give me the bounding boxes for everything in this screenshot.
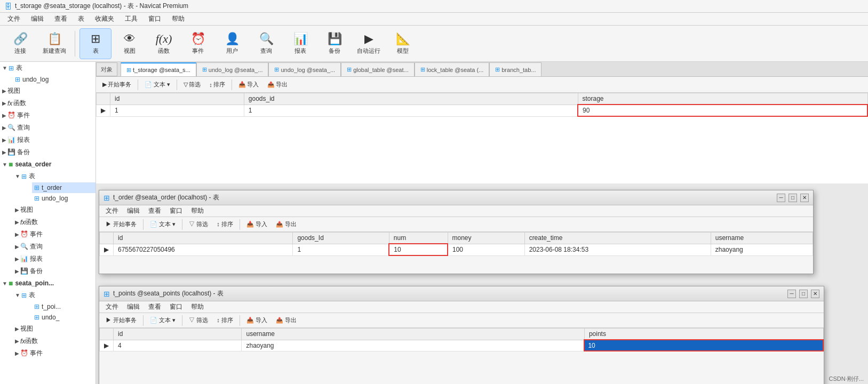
points-cell-points[interactable]: 10 <box>584 340 823 351</box>
menu-help[interactable]: 帮助 <box>166 13 190 25</box>
t-points-menu-view[interactable]: 查看 <box>144 301 165 313</box>
toolbar-connect[interactable]: 🔗 连接 <box>4 28 36 59</box>
sidebar-points-table-group[interactable]: ▼ ⊞ 表 <box>13 289 95 301</box>
toolbar-model[interactable]: 📐 模型 <box>387 28 419 59</box>
t-order-menu-edit[interactable]: 编辑 <box>123 205 144 217</box>
t-order-text-btn[interactable]: 📄 文本 ▾ <box>147 219 179 229</box>
t-points-menu-edit[interactable]: 编辑 <box>123 301 144 313</box>
filter-btn[interactable]: ▽ 筛选 <box>180 79 204 90</box>
sidebar-points-view[interactable]: ▶ 视图 <box>13 323 95 335</box>
t-order-export-btn[interactable]: 📤 导出 <box>273 219 300 229</box>
toolbar-query[interactable]: 🔍 查询 <box>250 28 282 59</box>
sidebar-item-undo-log-1[interactable]: ⊞ undo_log <box>13 74 95 85</box>
sidebar-order-query[interactable]: ▶ 🔍 查询 <box>13 241 95 253</box>
export-btn[interactable]: 📤 导出 <box>264 79 291 90</box>
tab-t-storage[interactable]: ⊞ t_storage @seata_s... <box>121 62 196 76</box>
sidebar-group-report-1[interactable]: ▶ 📊 报表 <box>0 134 95 146</box>
t-points-filter-btn[interactable]: ▽ 筛选 <box>186 315 211 325</box>
tab-lock-table[interactable]: ⊞ lock_table @seata (... <box>415 62 490 76</box>
t-order-close-btn[interactable]: ✕ <box>800 194 809 202</box>
order-cell-money[interactable]: 100 <box>448 244 524 255</box>
t-points-transaction-btn[interactable]: ▶ 开始事务 <box>102 315 140 325</box>
menu-favorites[interactable]: 收藏夹 <box>90 13 120 25</box>
sidebar-order-report[interactable]: ▶ 📊 报表 <box>13 253 95 265</box>
menu-edit[interactable]: 编辑 <box>26 13 49 25</box>
tab-undo-log-2[interactable]: ⊞ undo_log @seata_... <box>268 62 341 76</box>
db-chevron-down-icon-2: ▼ <box>2 281 7 286</box>
toolbar-autorun[interactable]: ▶ 自动运行 <box>353 28 385 59</box>
tab-branch-table[interactable]: ⊞ branch_tab... <box>489 62 541 76</box>
order-cell-num[interactable]: 10 <box>389 244 448 255</box>
toolbar-table[interactable]: ⊞ 表 <box>79 28 112 59</box>
sidebar-item-undo-log-2[interactable]: ⊞ undo_log <box>32 193 95 204</box>
tab-undo-log-1[interactable]: ⊞ undo_log @seata_... <box>196 62 269 76</box>
sidebar-order-event[interactable]: ▶ ⏰ 事件 <box>13 228 95 241</box>
t-order-import-btn[interactable]: 📥 导入 <box>243 219 270 229</box>
toolbar-event[interactable]: ⏰ 事件 <box>182 28 214 59</box>
toolbar-backup[interactable]: 💾 备份 <box>318 28 351 59</box>
t-points-maximize-btn[interactable]: □ <box>799 290 808 298</box>
t-order-filter-btn[interactable]: ▽ 筛选 <box>186 219 211 229</box>
menu-file[interactable]: 文件 <box>2 13 26 25</box>
sidebar-db-seata-order[interactable]: ▼ ■ seata_order <box>0 158 95 170</box>
points-cell-username[interactable]: zhaoyang <box>242 340 584 351</box>
t-order-minimize-btn[interactable]: ─ <box>777 194 785 202</box>
cell-id[interactable]: 1 <box>110 105 244 116</box>
sidebar-group-backup-1[interactable]: ▶ 💾 备份 <box>0 146 95 158</box>
menu-view[interactable]: 查看 <box>49 13 73 25</box>
t-points-text-btn[interactable]: 📄 文本 ▾ <box>147 315 179 325</box>
sidebar-order-backup[interactable]: ▶ 💾 备份 <box>13 265 95 277</box>
sidebar-item-undo-3[interactable]: ⊞ undo_ <box>32 312 95 323</box>
sidebar-points-func[interactable]: ▶ fx 函数 <box>13 335 95 347</box>
sidebar-db-seata-points[interactable]: ▼ ■ seata_poin... <box>0 277 95 289</box>
import-btn[interactable]: 📥 导入 <box>235 79 262 90</box>
t-order-menu-file[interactable]: 文件 <box>101 205 123 217</box>
toolbar-view[interactable]: 👁 视图 <box>114 28 146 59</box>
t-order-menu-view[interactable]: 查看 <box>144 205 165 217</box>
sidebar-item-t-points[interactable]: ⊞ t_poi... <box>32 301 95 312</box>
points-cell-id[interactable]: 4 <box>114 340 242 351</box>
menu-window[interactable]: 窗口 <box>143 13 166 25</box>
t-points-export-btn[interactable]: 📤 导出 <box>273 315 300 325</box>
t-order-maximize-btn[interactable]: □ <box>789 194 797 202</box>
t-points-menu-window[interactable]: 窗口 <box>165 301 187 313</box>
toolbar-user[interactable]: 👤 用户 <box>216 28 248 59</box>
sort-btn[interactable]: ↕ 排序 <box>206 79 228 90</box>
toolbar-new-query[interactable]: 📋 新建查询 <box>38 28 70 59</box>
t-points-close-btn[interactable]: ✕ <box>811 290 819 298</box>
t-points-minimize-btn[interactable]: ─ <box>787 290 796 298</box>
t-order-sort-btn[interactable]: ↕ 排序 <box>213 219 236 229</box>
sidebar-group-view-1[interactable]: ▶ 视图 <box>0 85 95 97</box>
t-points-menu-help[interactable]: 帮助 <box>187 301 208 313</box>
sidebar-order-func[interactable]: ▶ fx 函数 <box>13 216 95 228</box>
sidebar-group-query-1[interactable]: ▶ 🔍 查询 <box>0 122 95 134</box>
text-btn[interactable]: 📄 文本 ▾ <box>141 79 173 90</box>
menu-tools[interactable]: 工具 <box>120 13 143 25</box>
sidebar-points-event[interactable]: ▶ ⏰ 事件 <box>13 347 95 359</box>
sidebar-order-view[interactable]: ▶ 视图 <box>13 204 95 216</box>
t-points-sort-btn[interactable]: ↕ 排序 <box>213 315 236 325</box>
t-points-menu-file[interactable]: 文件 <box>101 301 123 313</box>
sidebar-group-table[interactable]: ▼ ⊞ 表 <box>0 62 95 74</box>
toolbar-function[interactable]: f(x) 函数 <box>148 28 180 59</box>
sidebar-group-event-1[interactable]: ▶ ⏰ 事件 <box>0 109 95 122</box>
t-order-window-icon: ⊞ <box>103 194 110 202</box>
sidebar-group-func-1[interactable]: ▶ fx 函数 <box>0 97 95 109</box>
t-order-transaction-btn[interactable]: ▶ 开始事务 <box>102 219 140 229</box>
sidebar-order-table-group[interactable]: ▼ ⊞ 表 <box>13 170 95 182</box>
tab-object[interactable]: 对象 <box>96 62 117 76</box>
menu-table[interactable]: 表 <box>73 13 90 25</box>
toolbar-report[interactable]: 📊 报表 <box>284 28 316 59</box>
order-cell-create-time[interactable]: 2023-06-08 18:34:53 <box>524 244 711 255</box>
begin-transaction-btn[interactable]: ▶ 开始事务 <box>99 79 134 90</box>
cell-storage[interactable]: 90 <box>578 105 867 116</box>
t-order-menu-help[interactable]: 帮助 <box>187 205 208 217</box>
order-cell-id[interactable]: 6755670227050496 <box>114 244 293 255</box>
sidebar-item-t-order[interactable]: ⊞ t_order <box>32 182 95 193</box>
order-cell-username[interactable]: zhaoyang <box>711 244 813 255</box>
t-order-menu-window[interactable]: 窗口 <box>165 205 187 217</box>
tab-global-table[interactable]: ⊞ global_table @seat... <box>341 62 415 76</box>
order-cell-goods-id[interactable]: 1 <box>293 244 389 255</box>
t-points-import-btn[interactable]: 📥 导入 <box>243 315 270 325</box>
cell-goods-id[interactable]: 1 <box>244 105 578 116</box>
